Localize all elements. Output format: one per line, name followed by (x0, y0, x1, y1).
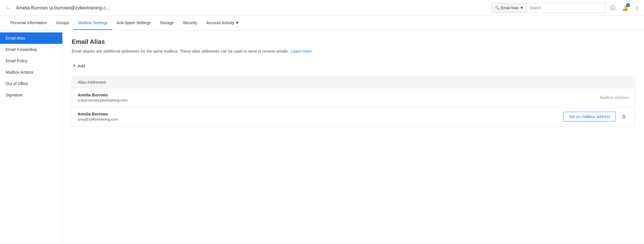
sidebar-item-email-alias[interactable]: Email Alias (0, 32, 62, 44)
topbar: ← Amelia Burrows (a.burrows@zylkertraini… (0, 0, 644, 16)
tab-security[interactable]: Security (178, 16, 202, 30)
topbar-icons: ⓘ 🔔 1 ⌂ (609, 3, 639, 13)
alias-name: Amelia Burrows (78, 93, 600, 97)
content-area: Email Alias Email aliases are additional… (63, 30, 644, 244)
home-button[interactable]: ⌂ (634, 4, 639, 12)
sidebar-item-mailbox-actions[interactable]: Mailbox Actions (0, 67, 62, 78)
help-button[interactable]: ⓘ (609, 3, 616, 13)
alias-email: amy@zylkertraining.com (78, 117, 564, 121)
alias-info: Amelia Burrows a.burrows@zylkertraining.… (78, 93, 600, 102)
chevron-down-icon: ▼ (520, 6, 524, 10)
mailbox-label: Mailbox address (600, 95, 629, 100)
alias-info: Amelia Burrows amy@zylkertraining.com (78, 112, 564, 121)
search-dropdown-label: Email Alias (501, 6, 519, 10)
sidebar-item-signature[interactable]: Signature (0, 89, 62, 101)
back-button[interactable]: ← (5, 3, 13, 12)
home-icon: ⌂ (635, 5, 638, 11)
notification-badge: 1 (626, 3, 630, 7)
sidebar-item-email-forwarding[interactable]: Email Forwarding (0, 44, 62, 55)
content-description: Email aliases are additional addresses f… (72, 48, 635, 54)
tab-groups[interactable]: Groups (51, 16, 74, 30)
notification-button[interactable]: 🔔 1 (621, 4, 629, 12)
add-alias-button[interactable]: + Add (72, 61, 86, 71)
plus-icon: + (73, 63, 76, 69)
alias-table-wrapper: Alias Addresses Amelia Burrows a.burrows… (72, 76, 635, 126)
tab-account-activity[interactable]: Account Activity ▼ (202, 16, 244, 30)
main-layout: Email Alias Email Forwarding Email Polic… (0, 30, 644, 244)
search-bar: 🔍 Email Alias ▼ (492, 3, 606, 13)
search-dropdown[interactable]: 🔍 Email Alias ▼ (492, 3, 527, 13)
sidebar: Email Alias Email Forwarding Email Polic… (0, 30, 63, 244)
alias-action: Set as mailbox address 🗑 (564, 112, 629, 121)
learn-more-link[interactable]: Learn more (291, 49, 312, 53)
alias-table-header: Alias Addresses (78, 80, 106, 84)
tab-storage[interactable]: Storage (155, 16, 178, 30)
nav-tabs: Personal Information Groups Mailbox Sett… (0, 16, 644, 30)
chevron-down-icon: ▼ (235, 20, 239, 25)
topbar-title: Amelia Burrows (a.burrows@zylkertraining… (16, 5, 109, 11)
help-icon: ⓘ (610, 5, 615, 11)
tab-personal-information[interactable]: Personal Information (6, 16, 51, 30)
tab-mailbox-settings[interactable]: Mailbox Settings (74, 16, 112, 30)
search-icon: 🔍 (495, 6, 499, 10)
alias-email: a.burrows@zylkertraining.com (78, 98, 600, 102)
search-input[interactable] (527, 6, 606, 10)
alias-action: Mailbox address (600, 95, 629, 100)
page-title: Email Alias (72, 38, 635, 46)
alias-row: Amelia Burrows a.burrows@zylkertraining.… (72, 88, 635, 107)
alias-name: Amelia Burrows (78, 112, 564, 116)
alias-row: Amelia Burrows amy@zylkertraining.com Se… (72, 107, 635, 126)
sidebar-item-out-of-office[interactable]: Out of Office (0, 78, 62, 89)
delete-icon[interactable]: 🗑 (619, 113, 629, 121)
tab-anti-spam-settings[interactable]: Anti-Spam Settings (112, 16, 155, 30)
set-as-mailbox-button[interactable]: Set as mailbox address (564, 112, 616, 121)
sidebar-item-email-policy[interactable]: Email Policy (0, 55, 62, 67)
